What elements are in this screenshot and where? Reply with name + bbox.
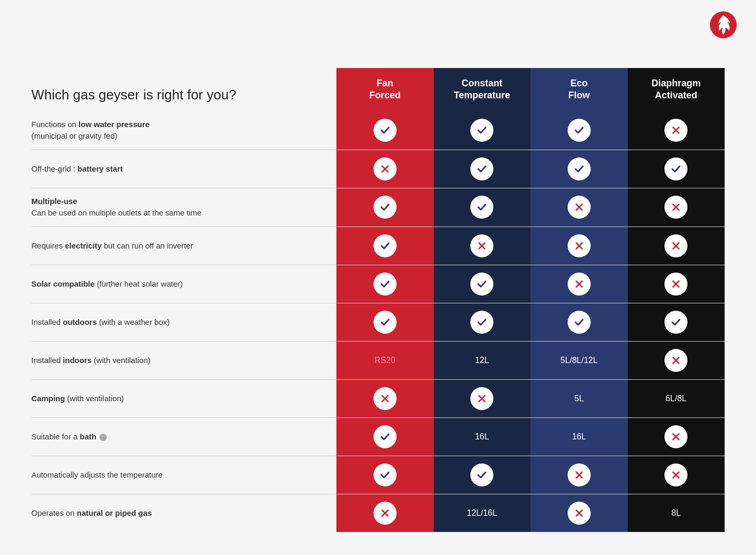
table-cell [531,494,628,532]
check-icon [374,196,397,219]
info-dot [99,434,107,441]
check-icon [470,119,493,142]
table-cell [336,226,434,265]
table-cell: 12L [434,341,531,379]
cross-icon [568,502,591,525]
table-cell [628,456,725,494]
check-icon [568,119,591,142]
cell-text-value: 5L [574,394,584,403]
cell-text-value: 16L [572,432,586,441]
table-cell [434,303,531,341]
table-cell [434,188,531,226]
row-label: Operates on natural or piped gas [31,494,336,532]
table-cell: RS20 [336,341,434,379]
check-icon [470,463,493,486]
table-cell [336,303,434,341]
table-cell [336,417,434,456]
check-icon [470,157,493,180]
cross-icon [374,157,397,180]
check-icon [470,273,493,296]
table-cell: 8L [628,494,725,532]
row-label: Multiple-useCan be used on multiple outl… [31,188,336,226]
check-icon [374,311,397,334]
comparison-table: Which gas geyser is right for you? FanFo… [31,68,725,532]
table-row: Installed indoors (with ventilation)RS20… [31,341,725,379]
cell-text-value: RS20 [375,356,396,365]
table-cell: 6L/8L [628,379,725,417]
table-row: Automatically adjusts the temperature [31,456,725,494]
cross-icon [664,273,687,296]
check-icon [568,311,591,334]
table-cell [628,226,725,265]
check-icon [374,425,397,448]
cross-icon [664,425,687,448]
table-cell [531,265,628,303]
check-icon [374,119,397,142]
table-row: Functions on low water pressure(municipa… [31,111,725,150]
cross-icon [470,234,493,257]
check-icon [374,463,397,486]
table-row: Multiple-useCan be used on multiple outl… [31,188,725,226]
table-cell [336,456,434,494]
check-icon [470,196,493,219]
cross-icon [664,349,687,372]
table-cell [531,111,628,150]
table-question-header: Which gas geyser is right for you? [31,68,336,111]
table-cell [434,456,531,494]
table-cell [628,111,725,150]
check-icon [374,273,397,296]
cross-icon [664,119,687,142]
cross-icon [374,502,397,525]
cross-icon [470,387,493,410]
col-header-eco-flow: EcoFlow [531,68,628,111]
table-cell: 16L [434,417,531,456]
row-label: Automatically adjusts the temperature [31,456,336,494]
table-cell [628,265,725,303]
check-icon [470,311,493,334]
table-row: Solar compatible (further heat solar wat… [31,265,725,303]
cell-text-value: 6L/8L [665,394,686,403]
table-row: Off-the-grid : battery start [31,150,725,188]
table-cell: 5L [531,379,628,417]
cross-icon [568,273,591,296]
table-row: Operates on natural or piped gas12L/16L8… [31,494,725,532]
row-label: Installed outdoors (with a weather box) [31,303,336,341]
table-cell [336,188,434,226]
check-icon [664,157,687,180]
table-cell [336,265,434,303]
table-cell [531,456,628,494]
cell-text-value: 12L [475,356,489,365]
table-cell: 12L/16L [434,494,531,532]
table-cell [628,150,725,188]
col-header-constant-temp: ConstantTemperature [434,68,531,111]
table-cell [336,150,434,188]
table-row: Requires electricity but can run off an … [31,226,725,265]
col-header-fan-forced: FanForced [336,68,434,111]
table-cell [336,379,434,417]
row-label: Off-the-grid : battery start [31,150,336,188]
row-label: Suitable for a bath [31,417,336,456]
table-cell [336,494,434,532]
row-label: Functions on low water pressure(municipa… [31,111,336,150]
table-row: Suitable for a bath16L16L [31,417,725,456]
row-label: Camping (with ventilation) [31,379,336,417]
table-cell [434,265,531,303]
table-cell [531,188,628,226]
table-cell [628,341,725,379]
table-cell: 16L [531,417,628,456]
cross-icon [568,234,591,257]
table-cell [434,150,531,188]
cell-text-value: 16L [475,432,489,441]
table-cell [531,226,628,265]
check-icon [664,311,687,334]
main-container: Which gas geyser is right for you? FanFo… [0,0,756,555]
cross-icon [664,196,687,219]
table-cell [531,150,628,188]
row-label: Requires electricity but can run off an … [31,226,336,265]
cross-icon [568,196,591,219]
cross-icon [664,234,687,257]
table-row: Installed outdoors (with a weather box) [31,303,725,341]
row-label: Solar compatible (further heat solar wat… [31,265,336,303]
cell-text-value: 12L/16L [467,508,497,517]
cell-text-value: 8L [671,508,681,517]
